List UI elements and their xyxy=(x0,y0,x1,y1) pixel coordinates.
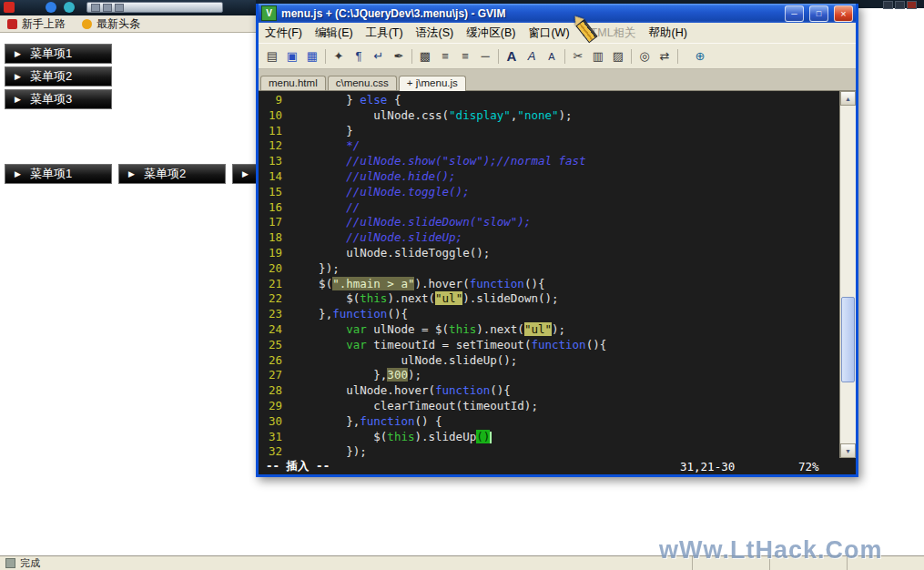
bookmark-icon xyxy=(82,19,92,29)
line-number: 16 xyxy=(259,200,282,216)
watermark: wWw.LtHack.Com xyxy=(659,536,883,565)
code-token: ); xyxy=(552,322,565,336)
line-text: $(this).next("ul").slideDown(); xyxy=(291,291,559,307)
code-line: 13 //ulNode.show("slow");//normal fast xyxy=(259,154,839,169)
gvim-editor[interactable]: 9 } else {10 ulNode.css("display","none"… xyxy=(259,91,856,458)
buffer-tab[interactable]: menu.html xyxy=(260,76,326,90)
line-number: 15 xyxy=(259,185,282,200)
code-lines[interactable]: 9 } else {10 ulNode.css("display","none"… xyxy=(259,91,839,458)
code-line: 19 ulNode.slideToggle(); xyxy=(259,246,839,261)
bookmark-item[interactable]: 最新头条 xyxy=(82,16,140,32)
code-line: 30 },function() { xyxy=(259,414,839,430)
menubar-item[interactable]: 文件(F) xyxy=(259,25,309,41)
text-cursor xyxy=(490,432,492,443)
code-token: () xyxy=(476,430,490,443)
code-token: else xyxy=(360,93,387,107)
close-button[interactable]: × xyxy=(834,5,853,22)
line-text: //ulNode.toggle(); xyxy=(291,185,470,200)
bookmark-item[interactable]: 新手上路 xyxy=(7,16,66,32)
code-token: ).next( xyxy=(387,291,435,305)
buffer-tab[interactable]: + j\menu.js xyxy=(399,76,466,91)
code-line: 27 },300); xyxy=(259,368,839,383)
vertical-menu-item[interactable]: ▶菜单项1 xyxy=(5,44,112,64)
vertical-menu-item[interactable]: ▶菜单项3 xyxy=(5,89,112,109)
code-token: "ul" xyxy=(524,322,552,336)
vim-statusline: -- 插入 -- 31,21-30 72% xyxy=(259,458,856,474)
menubar-item[interactable]: 缓冲区(B) xyxy=(460,25,522,41)
pilcrow-icon[interactable]: ¶ xyxy=(349,46,369,66)
code-token: function xyxy=(332,307,387,321)
save-all-icon[interactable]: ▦ xyxy=(302,46,322,66)
find-icon[interactable]: ◎ xyxy=(635,46,655,66)
toolbar-separator xyxy=(631,49,632,64)
horizontal-menu-item[interactable]: ▶菜单项1 xyxy=(5,164,112,184)
line-text: //ulNode.show("slow");//normal fast xyxy=(291,154,586,169)
line-text: var ulNode = $(this).next("ul"); xyxy=(291,322,565,338)
line-text: //ulNode.slideUp; xyxy=(291,230,462,246)
code-token: "display" xyxy=(449,108,511,122)
line-number: 31 xyxy=(259,430,282,445)
tools-icon[interactable]: ✦ xyxy=(329,46,349,66)
menubar-item[interactable]: 窗口(W) xyxy=(522,25,575,41)
menubar-item[interactable]: 帮助(H) xyxy=(643,25,694,41)
gvim-menubar: 文件(F)编辑(E)工具(T)语法(S)缓冲区(B)窗口(W)HTML相关帮助(… xyxy=(259,23,856,43)
copy-icon[interactable]: ▥ xyxy=(588,46,608,66)
browser-minimize-button[interactable] xyxy=(883,1,893,9)
editor-scrollbar[interactable]: ▲ ▼ xyxy=(839,91,856,458)
toolbar-dot xyxy=(103,4,112,12)
line-number: 11 xyxy=(259,124,282,139)
minimize-button[interactable]: ─ xyxy=(785,5,804,22)
line-number: 20 xyxy=(259,261,282,277)
scroll-up-button[interactable]: ▲ xyxy=(840,91,856,106)
paste-icon[interactable]: ▨ xyxy=(608,46,628,66)
replace-icon[interactable]: ⇄ xyxy=(655,46,675,66)
code-token: ); xyxy=(559,108,573,122)
code-token: function xyxy=(435,383,490,397)
line-text: } else { xyxy=(291,93,401,108)
line-text: }); xyxy=(291,444,367,458)
code-token: var xyxy=(346,338,367,351)
linebreak-icon[interactable]: ↵ xyxy=(369,46,389,66)
line-text: */ xyxy=(291,138,360,154)
scroll-down-button[interactable]: ▼ xyxy=(840,443,856,458)
line-number: 25 xyxy=(259,338,282,353)
web-icon[interactable]: ⊕ xyxy=(690,46,710,66)
arrow-icon: ▶ xyxy=(15,169,21,178)
line-number: 12 xyxy=(259,138,282,154)
list-icon[interactable]: ≡ xyxy=(455,46,475,66)
indent-icon[interactable]: ≡ xyxy=(435,46,455,66)
gvim-titlebar[interactable]: V menu.js + (C:\JQueryDev\3.menu\js) - G… xyxy=(259,4,856,23)
menubar-item[interactable]: 工具(T) xyxy=(360,25,410,41)
code-line: 12 */ xyxy=(259,138,839,154)
code-token: function xyxy=(470,277,524,290)
grid-icon[interactable]: ▩ xyxy=(415,46,435,66)
save-icon[interactable]: ▣ xyxy=(282,46,302,66)
browser-maximize-button[interactable] xyxy=(895,1,905,9)
font-bold-icon[interactable]: A xyxy=(542,46,562,66)
horizontal-menu-item[interactable]: ▶菜单项2 xyxy=(118,164,226,184)
scrollbar-thumb[interactable] xyxy=(841,297,855,382)
menubar-item[interactable]: 语法(S) xyxy=(410,25,461,41)
toolbar-separator xyxy=(411,49,412,64)
code-token: timeoutId = setTimeout( xyxy=(367,338,532,351)
code-token: ).slideDown(); xyxy=(462,291,558,305)
open-icon[interactable]: ▤ xyxy=(262,46,282,66)
cut-icon[interactable]: ✂ xyxy=(568,46,588,66)
font-large-icon[interactable]: A xyxy=(502,46,522,66)
dash-icon[interactable]: ─ xyxy=(475,46,495,66)
blue-logo-icon xyxy=(46,2,56,13)
buffer-tab[interactable]: c\menu.css xyxy=(328,76,397,90)
code-line: 32 }); xyxy=(259,444,839,458)
font-italic-icon[interactable]: A xyxy=(522,46,542,66)
toolbar-separator xyxy=(498,49,499,64)
code-token: "ul" xyxy=(435,291,462,305)
code-token: clearTimeout(timeoutId); xyxy=(291,399,538,412)
code-line: 18 //ulNode.slideUp; xyxy=(259,230,839,246)
menubar-item[interactable]: 编辑(E) xyxy=(309,25,360,41)
vertical-menu-item[interactable]: ▶菜单项2 xyxy=(5,66,112,87)
code-token xyxy=(291,338,346,351)
session-icon[interactable]: ✒ xyxy=(389,46,409,66)
maximize-button[interactable]: □ xyxy=(809,5,828,22)
line-text: },300); xyxy=(291,368,421,383)
browser-close-button[interactable] xyxy=(907,1,917,9)
